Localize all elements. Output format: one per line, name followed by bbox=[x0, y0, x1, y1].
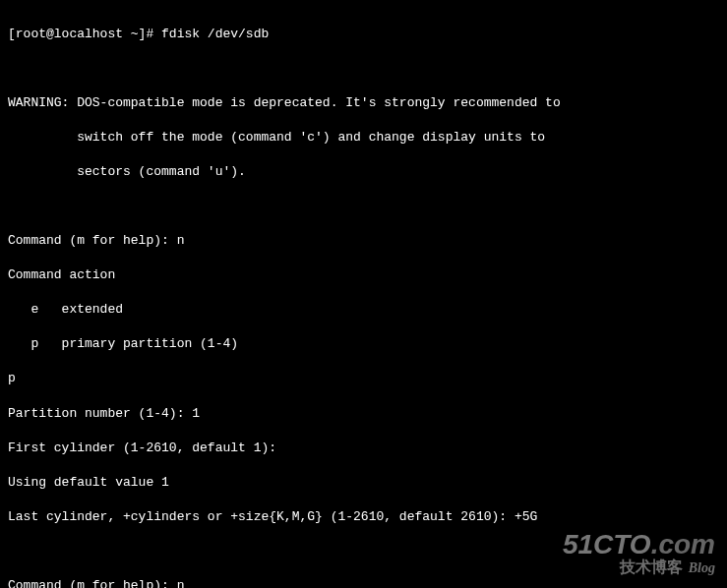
command-help-prompt: Command (m for help): bbox=[8, 578, 177, 588]
user-input: p bbox=[8, 370, 719, 387]
warning-line: sectors (command 'u'). bbox=[8, 163, 719, 181]
warning-line: switch off the mode (command 'c') and ch… bbox=[8, 129, 719, 147]
partition-number-line: Partition number (1-4): 1 bbox=[8, 405, 719, 423]
warning-line: WARNING: DOS-compatible mode is deprecat… bbox=[8, 94, 719, 112]
typed-command: fdisk /dev/sdb bbox=[161, 27, 269, 41]
command-prompt-line: Command (m for help): n bbox=[8, 232, 719, 250]
option-extended: e extended bbox=[8, 301, 719, 319]
blank-line bbox=[8, 198, 719, 215]
command-action-header: Command action bbox=[8, 266, 719, 284]
default-value-line: Using default value 1 bbox=[8, 474, 719, 492]
prompt-line: [root@localhost ~]# fdisk /dev/sdb bbox=[8, 26, 719, 43]
user-input: n bbox=[177, 233, 185, 248]
last-cylinder-prompt: Last cylinder, +cylinders or +size{K,M,G… bbox=[8, 509, 515, 524]
shell-prompt: [root@localhost ~]# bbox=[8, 27, 161, 41]
terminal-output[interactable]: [root@localhost ~]# fdisk /dev/sdb WARNI… bbox=[8, 8, 719, 588]
last-cylinder-line: Last cylinder, +cylinders or +size{K,M,G… bbox=[8, 508, 719, 526]
command-help-prompt: Command (m for help): bbox=[8, 233, 177, 248]
partition-number-prompt: Partition number (1-4): bbox=[8, 406, 192, 421]
blank-line bbox=[8, 543, 719, 560]
option-primary: p primary partition (1-4) bbox=[8, 335, 719, 353]
command-prompt-line: Command (m for help): n bbox=[8, 577, 719, 588]
user-input: 1 bbox=[192, 406, 200, 421]
user-input: n bbox=[177, 578, 185, 588]
user-input: +5G bbox=[515, 509, 537, 524]
blank-line bbox=[8, 60, 719, 78]
first-cylinder-line: First cylinder (1-2610, default 1): bbox=[8, 440, 719, 457]
